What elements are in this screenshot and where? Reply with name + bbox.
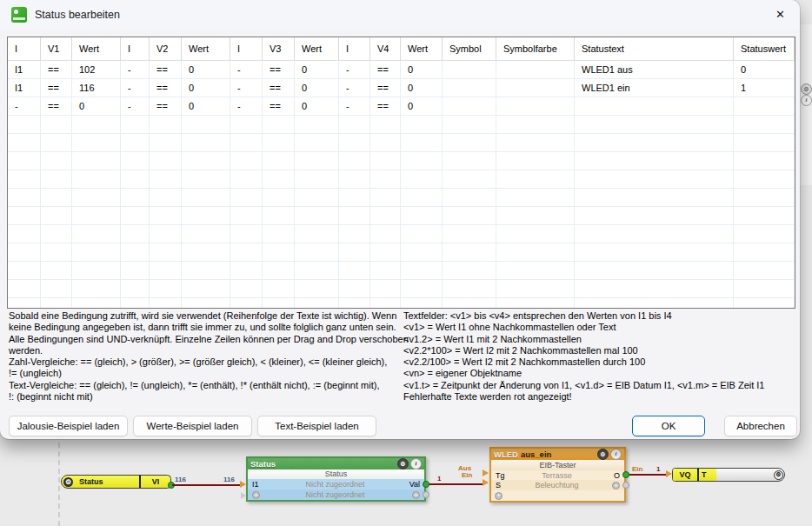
table-cell[interactable]: - [230,61,263,79]
info-icon[interactable]: i [610,449,622,460]
table-cell[interactable]: 0 [295,97,339,116]
table-cell[interactable]: == [150,61,182,79]
table-cell[interactable]: 0 [182,97,230,116]
column-header[interactable]: Wert [182,37,230,61]
table-cell[interactable]: 102 [72,61,121,79]
input-pin-label[interactable]: I1 [248,480,270,489]
column-header[interactable]: Symbolfarbe [496,37,575,61]
add-output-icon[interactable]: + [612,482,620,489]
gear-icon[interactable]: ⚙ [774,470,783,480]
column-header[interactable]: I [230,37,263,61]
input-object-node[interactable]: ⚙ Status VI [61,475,171,489]
ok-button[interactable]: OK [632,416,705,436]
table-cell[interactable]: 0 [295,79,339,97]
table-cell[interactable] [496,79,575,97]
column-header[interactable]: V2 [150,37,182,61]
table-cell[interactable] [443,97,496,116]
output-port[interactable] [423,481,429,488]
table-cell[interactable] [443,61,496,79]
output-pin-label[interactable]: Val [400,480,424,489]
table-cell[interactable]: == [370,61,401,79]
info-icon[interactable]: i [801,95,812,106]
column-header[interactable]: I [8,37,41,61]
wled-taster-block[interactable]: WLED aus_ein ⚙ i EIB-Taster Tg Terrasse … [489,447,626,503]
output-port[interactable] [622,471,629,478]
cancel-button[interactable]: Abbrechen [724,416,797,436]
table-cell[interactable]: 1 [734,79,795,97]
table-cell[interactable]: == [150,97,182,116]
column-header[interactable]: Symbol [443,37,496,61]
wire[interactable] [429,483,483,485]
column-header[interactable]: Wert [295,37,339,61]
status-table[interactable]: IV1WertIV2WertIV3WertIV4WertSymbolSymbol… [7,37,795,309]
column-header[interactable]: I [121,37,150,61]
table-cell[interactable]: - [8,97,41,116]
gear-icon[interactable]: ⚙ [63,477,73,487]
column-header[interactable]: I [339,37,370,61]
column-header[interactable]: Statustext [575,37,734,61]
table-cell[interactable]: WLED1 ein [575,79,734,97]
gear-icon[interactable]: ⚙ [397,458,409,469]
input-pin-label[interactable]: S [491,481,514,489]
column-header[interactable]: Statuswert [734,37,795,61]
unused-port[interactable] [423,491,429,498]
table-cell[interactable]: 0 [182,79,230,97]
dialog-titlebar[interactable]: Status bearbeiten ✕ [0,0,800,30]
table-cell[interactable]: 0 [182,61,230,79]
table-cell[interactable]: 0 [401,79,443,97]
info-icon[interactable]: i [410,458,422,469]
table-cell[interactable] [496,61,575,79]
table-cell[interactable]: == [150,79,182,97]
table-cell[interactable]: 0 [72,97,121,116]
table-cell[interactable]: 0 [734,61,795,79]
table-cell[interactable]: I1 [8,79,41,97]
text-example-button[interactable]: Text-Beispiel laden [257,416,376,436]
table-cell[interactable]: - [121,61,150,79]
status-function-block[interactable]: Status ⚙ i Status I1 Nicht zugeordnet Va… [246,456,426,502]
unused-port[interactable] [622,482,629,489]
table-cell[interactable]: - [339,79,370,97]
column-header[interactable]: V4 [370,37,401,61]
output-pin-label[interactable]: O [600,471,624,480]
jalousie-example-button[interactable]: Jalousie-Beispiel laden [9,416,128,436]
table-cell[interactable]: 116 [72,79,121,97]
table-cell[interactable]: 0 [401,61,443,79]
werte-example-button[interactable]: Werte-Beispiel laden [133,416,252,436]
table-cell[interactable] [496,97,575,116]
add-output-icon[interactable]: + [412,491,420,499]
wire[interactable] [172,484,242,486]
table-cell[interactable]: == [263,61,295,79]
add-input-icon[interactable]: + [495,492,503,500]
table-cell[interactable]: - [230,79,263,97]
table-cell[interactable]: - [121,97,150,116]
table-cell[interactable]: == [41,79,72,97]
table-cell[interactable]: == [263,79,295,97]
column-header[interactable]: V1 [41,37,72,61]
table-cell[interactable]: I1 [8,61,41,79]
table-cell[interactable]: == [370,79,401,97]
input-pin-label[interactable]: Tg [491,471,514,480]
table-cell[interactable] [575,97,734,116]
slot-label[interactable]: Nicht zugeordnet [270,490,400,499]
table-cell[interactable]: - [121,79,150,97]
table-cell[interactable]: - [339,97,370,116]
wire[interactable] [629,474,668,476]
close-icon[interactable]: ✕ [761,0,800,29]
column-header[interactable]: V3 [263,37,295,61]
column-header[interactable]: Wert [72,37,121,61]
table-cell[interactable]: == [41,97,72,116]
slot-label[interactable]: Nicht zugeordnet [270,480,400,489]
column-header[interactable]: Wert [401,37,443,61]
table-cell[interactable]: WLED1 aus [575,61,734,79]
gear-icon[interactable]: ⚙ [597,449,609,460]
table-cell[interactable]: == [263,97,295,116]
output-object-node[interactable]: VQ T ⚙ [672,468,785,482]
table-cell[interactable]: == [370,97,401,116]
add-input-icon[interactable]: + [252,491,260,499]
table-cell[interactable]: 0 [295,61,339,79]
table-cell[interactable] [734,97,795,116]
table-cell[interactable]: - [230,97,263,116]
table-cell[interactable]: 0 [401,97,443,116]
table-cell[interactable] [443,79,496,97]
table-cell[interactable]: - [339,61,370,79]
